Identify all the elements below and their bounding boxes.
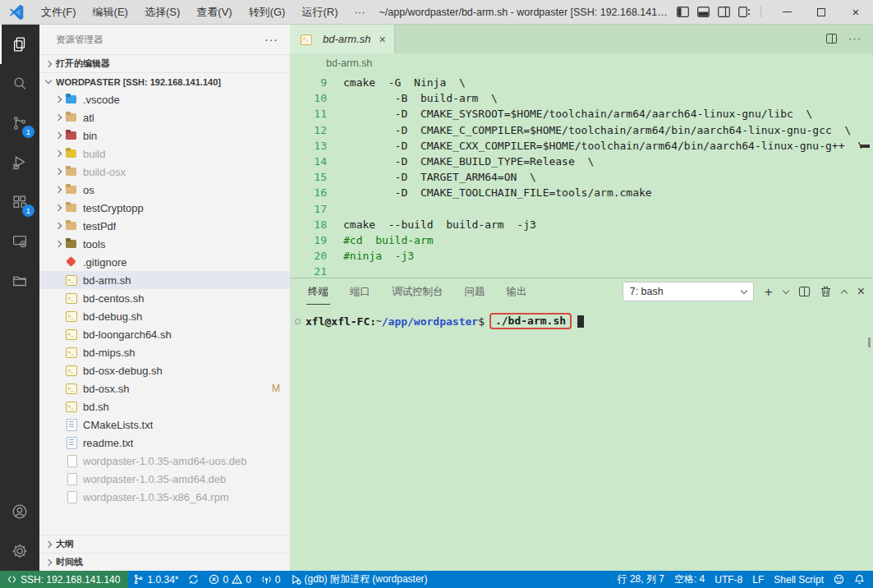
ports-status[interactable]: 0 bbox=[256, 571, 286, 588]
section-workspace-root[interactable]: WORDPASTER [SSH: 192.168.141.140] bbox=[39, 72, 290, 90]
problems-status[interactable]: 0 0 bbox=[204, 571, 255, 588]
new-terminal-icon[interactable]: + bbox=[765, 285, 773, 299]
line-number: 19 bbox=[290, 232, 327, 248]
kill-terminal-icon[interactable] bbox=[820, 286, 831, 297]
chevron-right-icon bbox=[55, 150, 62, 157]
menu-item[interactable]: 文件(F) bbox=[34, 2, 84, 22]
file-type-icon bbox=[65, 220, 78, 232]
panel-tab[interactable]: 端口 bbox=[348, 279, 372, 305]
tab-bd-arm-sh[interactable]: bd-arm.sh × bbox=[290, 25, 395, 53]
search-icon[interactable] bbox=[0, 64, 39, 103]
line-number: 9 bbox=[290, 75, 327, 90]
tree-item[interactable]: build bbox=[39, 145, 290, 163]
cursor-position-status[interactable]: 行 28, 列 7 bbox=[613, 571, 669, 588]
feedback-status[interactable] bbox=[829, 571, 849, 588]
terminal-scrollbar[interactable] bbox=[868, 338, 871, 347]
tree-item[interactable]: wordpaster-1.0.35-amd64-uos.deb bbox=[39, 452, 290, 470]
explorer-icon[interactable] bbox=[0, 25, 39, 64]
remote-explorer-icon[interactable] bbox=[0, 222, 39, 261]
editor-actions: ··· bbox=[826, 25, 873, 44]
tree-item[interactable]: CMakeLists.txt bbox=[39, 416, 290, 434]
terminal-picker[interactable]: 7: bash bbox=[623, 282, 754, 301]
encoding-status[interactable]: UTF-8 bbox=[710, 571, 747, 588]
maximize-panel-icon[interactable] bbox=[840, 289, 847, 296]
menu-item[interactable]: 编辑(E) bbox=[85, 2, 136, 22]
more-actions-icon[interactable]: ··· bbox=[848, 32, 862, 44]
maximize-button[interactable] bbox=[804, 0, 839, 25]
tree-item[interactable]: wordpaster-1.0.35-x86_64.rpm bbox=[39, 488, 290, 506]
menu-item[interactable]: 查看(V) bbox=[189, 2, 239, 22]
tree-item[interactable]: os bbox=[39, 181, 290, 199]
tree-item[interactable]: bd-osx.sh M bbox=[39, 379, 290, 397]
panel-tab[interactable]: 调试控制台 bbox=[390, 279, 445, 305]
bottom-panel: 终端端口调试控制台问题输出 7: bash + × xfl@xfl-FC:~/a bbox=[290, 278, 873, 571]
minimize-button[interactable] bbox=[770, 0, 804, 25]
code-line: 18 cmake --build build-arm -j3 bbox=[290, 217, 862, 232]
close-tab-icon[interactable]: × bbox=[379, 33, 386, 46]
warning-icon bbox=[232, 574, 242, 585]
menu-item[interactable]: 选择(S) bbox=[137, 2, 187, 22]
tree-item[interactable]: .gitignore bbox=[39, 253, 290, 271]
tree-item[interactable]: .vscode bbox=[39, 90, 290, 108]
tree-item[interactable]: tools bbox=[39, 235, 290, 253]
toggle-sidebar-icon[interactable] bbox=[677, 7, 689, 17]
file-type-icon bbox=[65, 401, 78, 412]
customize-layout-icon[interactable] bbox=[738, 7, 751, 17]
source-control-icon[interactable]: 1 bbox=[0, 103, 39, 143]
folder-view-icon[interactable] bbox=[0, 261, 39, 301]
tree-item[interactable]: testCryptopp bbox=[39, 199, 290, 217]
section-timeline[interactable]: 时间线 bbox=[39, 553, 290, 571]
terminal[interactable]: xfl@xfl-FC:~/app/wordpaster$ ./bd-arm.sh bbox=[290, 305, 873, 329]
indentation-status[interactable]: 空格: 4 bbox=[669, 571, 710, 588]
account-icon[interactable] bbox=[0, 492, 39, 531]
section-open-editors[interactable]: 打开的编辑器 bbox=[39, 54, 290, 72]
toggle-secondary-sidebar-icon[interactable] bbox=[718, 7, 730, 17]
tree-item[interactable]: bd-centos.sh bbox=[39, 289, 290, 307]
tree-item[interactable]: bd-debug.sh bbox=[39, 307, 290, 325]
debug-icon bbox=[291, 574, 301, 585]
command-decoration-icon[interactable] bbox=[295, 319, 301, 324]
tree-item[interactable]: bd.sh bbox=[39, 397, 290, 416]
menu-item[interactable]: 转到(G) bbox=[241, 2, 293, 22]
status-bar: SSH: 192.168.141.140 1.0.34* 0 0 0 (gdb)… bbox=[0, 571, 873, 588]
code-editor[interactable]: 9 cmake -G Ninja \ 10 -B build-arm \ 11 … bbox=[290, 75, 862, 278]
menu-item[interactable]: 运行(R) bbox=[294, 2, 345, 22]
notifications-status[interactable] bbox=[849, 571, 873, 588]
tree-item[interactable]: atl bbox=[39, 108, 290, 126]
extensions-icon[interactable]: 1 bbox=[0, 182, 39, 222]
panel-tab[interactable]: 输出 bbox=[505, 279, 529, 305]
tree-item[interactable]: wordpaster-1.0.35-amd64.deb bbox=[39, 470, 290, 488]
titlebar: 文件(F)编辑(E)选择(S)查看(V)转到(G)运行(R)··· ~/app/… bbox=[0, 0, 873, 25]
tree-item[interactable]: bd-mips.sh bbox=[39, 343, 290, 361]
split-editor-icon[interactable] bbox=[826, 34, 837, 44]
chevron-down-icon bbox=[45, 77, 52, 84]
run-debug-icon[interactable] bbox=[0, 143, 39, 182]
eol-status[interactable]: LF bbox=[747, 571, 769, 588]
new-terminal-dropdown-icon[interactable] bbox=[782, 287, 788, 293]
close-panel-icon[interactable]: × bbox=[857, 284, 865, 299]
split-terminal-icon[interactable] bbox=[799, 287, 810, 296]
chevron-right-icon bbox=[55, 168, 62, 175]
close-window-button[interactable]: × bbox=[839, 0, 873, 25]
settings-gear-icon[interactable] bbox=[0, 531, 39, 571]
sync-status[interactable] bbox=[183, 571, 204, 588]
toggle-panel-icon[interactable] bbox=[697, 7, 710, 17]
tree-item[interactable]: bd-arm.sh bbox=[39, 271, 290, 289]
menu-item[interactable]: ··· bbox=[347, 3, 372, 21]
tree-item[interactable]: bd-osx-debug.sh bbox=[39, 361, 290, 379]
explorer-more-icon[interactable]: ··· bbox=[264, 33, 278, 46]
tree-item[interactable]: readme.txt bbox=[39, 434, 290, 452]
remote-indicator[interactable]: SSH: 192.168.141.140 bbox=[0, 571, 128, 588]
panel-tab[interactable]: 问题 bbox=[463, 279, 487, 305]
tree-item[interactable]: build-osx bbox=[39, 163, 290, 181]
debug-status[interactable]: (gdb) 附加进程 (wordpaster) bbox=[286, 571, 433, 588]
tree-item[interactable]: bd-loongarch64.sh bbox=[39, 325, 290, 343]
line-text: -D CMAKE_SYSROOT=$HOME/toolchain/arm64/a… bbox=[343, 106, 812, 122]
tree-item[interactable]: testPdf bbox=[39, 217, 290, 235]
tree-item[interactable]: bin bbox=[39, 126, 290, 145]
language-mode-status[interactable]: Shell Script bbox=[769, 571, 829, 588]
panel-tab[interactable]: 终端 bbox=[306, 279, 330, 305]
git-branch-status[interactable]: 1.0.34* bbox=[128, 571, 183, 588]
section-outline[interactable]: 大纲 bbox=[39, 535, 290, 553]
line-text: cmake -G Ninja \ bbox=[343, 75, 466, 90]
